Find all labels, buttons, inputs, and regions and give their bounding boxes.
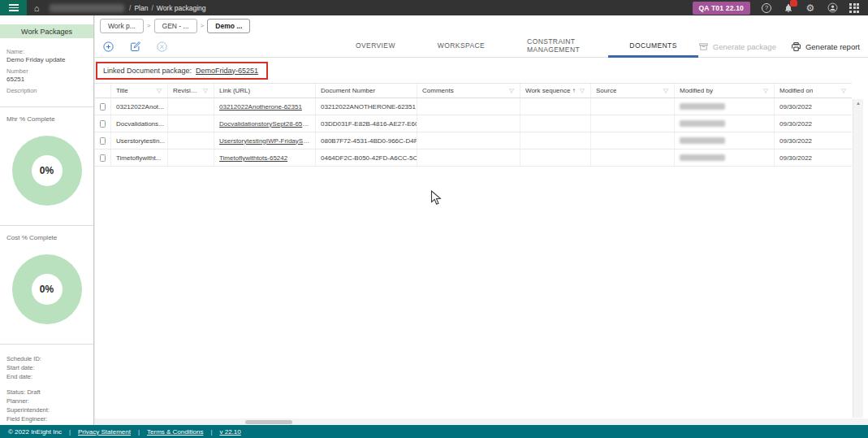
document-link[interactable]: 03212022Anotherone-62351 bbox=[219, 103, 302, 111]
filter-icon[interactable] bbox=[579, 88, 585, 94]
tab-workspace[interactable]: WORKSPACE bbox=[417, 36, 506, 58]
modified-by-redacted bbox=[680, 137, 725, 144]
cost-complete-value: 0% bbox=[32, 274, 63, 305]
breadcrumb-work-packaging: Work packaging bbox=[157, 4, 206, 12]
table-header-row: Title Revision # Link (URL) Document Num… bbox=[95, 84, 852, 98]
cell-modified-on: 09/30/2022 bbox=[775, 150, 852, 166]
document-link[interactable]: DocvalidationstorySept28-65239 bbox=[219, 120, 310, 128]
row-checkbox[interactable] bbox=[100, 120, 106, 128]
remove-icon[interactable] bbox=[155, 40, 168, 53]
row-checkbox[interactable] bbox=[100, 154, 106, 162]
privacy-statement-link[interactable]: Privacy Statement bbox=[78, 428, 131, 436]
tab-overview[interactable]: OVERVIEW bbox=[335, 36, 417, 58]
cell-modified-on: 09/30/2022 bbox=[775, 132, 852, 149]
col-source[interactable]: Source bbox=[591, 84, 675, 98]
table-row: Docvalidations... DocvalidationstorySept… bbox=[95, 115, 852, 132]
col-modified-on[interactable]: Modified on bbox=[775, 84, 852, 98]
horizontal-scrollbar[interactable] bbox=[95, 418, 868, 425]
cell-revision bbox=[168, 115, 214, 132]
cell-document-number: 080B7F72-4531-4BD0-966C-D4F... bbox=[316, 132, 417, 149]
modified-by-redacted bbox=[680, 154, 725, 161]
tab-chip-gen[interactable]: GEN - ... bbox=[154, 19, 197, 33]
add-icon[interactable] bbox=[101, 40, 114, 53]
environment-badge: QA T01 22.10 bbox=[693, 2, 750, 15]
sidebar-metadata: Schedule ID: Start date: End date: Statu… bbox=[0, 349, 93, 425]
col-comments[interactable]: Comments bbox=[417, 84, 520, 98]
cell-comments bbox=[417, 98, 520, 115]
cost-complete-donut: 0% bbox=[12, 254, 82, 324]
edit-icon[interactable] bbox=[128, 40, 141, 53]
help-icon[interactable]: ? bbox=[761, 2, 772, 14]
scroll-up-arrow-icon[interactable]: ▲ bbox=[853, 99, 863, 106]
home-icon[interactable]: ⌂ bbox=[27, 0, 46, 15]
terms-conditions-link[interactable]: Terms & Conditions bbox=[147, 428, 203, 436]
tab-chip-demo-active[interactable]: Demo ... bbox=[207, 19, 250, 33]
toolbar: OVERVIEW WORKSPACE CONSTRAINT MANAGEMENT… bbox=[95, 36, 868, 58]
apps-grid-icon[interactable] bbox=[849, 2, 860, 14]
cell-title: Userstorytestin... bbox=[111, 132, 168, 149]
footer: © 2022 InEight Inc | Privacy Statement |… bbox=[0, 425, 868, 438]
breadcrumb-plan[interactable]: Plan bbox=[134, 4, 148, 12]
col-link-url[interactable]: Link (URL) bbox=[214, 84, 316, 98]
version-link[interactable]: v 22.10 bbox=[219, 428, 240, 436]
linked-document-package-link[interactable]: DemoFriday-65251 bbox=[196, 67, 258, 75]
cell-modified-on: 09/30/2022 bbox=[775, 115, 852, 132]
filter-icon[interactable] bbox=[663, 88, 669, 94]
field-engineer-label: Field Engineer: bbox=[6, 414, 87, 423]
package-icon bbox=[698, 41, 709, 52]
topbar-actions: QA T01 22.10 ? ⚙ bbox=[693, 2, 868, 15]
cell-work-sequence bbox=[520, 150, 591, 166]
filter-icon[interactable] bbox=[156, 88, 162, 94]
col-title[interactable]: Title bbox=[111, 84, 168, 98]
filter-icon[interactable] bbox=[508, 88, 515, 94]
top-bar: ⌂ / Plan / Work packaging QA T01 22.10 ?… bbox=[0, 0, 868, 15]
filter-icon[interactable] bbox=[202, 88, 209, 94]
row-checkbox[interactable] bbox=[100, 137, 106, 145]
cell-work-sequence bbox=[520, 98, 591, 115]
scrollbar-thumb[interactable] bbox=[245, 420, 292, 424]
generate-package-button[interactable]: Generate package bbox=[698, 41, 776, 52]
project-name-redacted bbox=[50, 4, 124, 12]
tab-chip-work-packages[interactable]: Work p... bbox=[100, 19, 144, 33]
divider bbox=[0, 344, 93, 345]
planner-label: Planner: bbox=[6, 397, 87, 405]
notifications-bell-icon[interactable] bbox=[783, 2, 794, 14]
table-row: 03212022Anot... 03212022Anotherone-62351… bbox=[95, 98, 852, 115]
select-all-header-cell bbox=[95, 84, 111, 98]
cell-title: 03212022Anot... bbox=[111, 98, 168, 115]
row-checkbox[interactable] bbox=[100, 103, 106, 111]
cell-work-sequence bbox=[520, 132, 591, 149]
mhr-complete-value: 0% bbox=[32, 155, 63, 186]
divider bbox=[0, 225, 93, 226]
filter-icon[interactable] bbox=[762, 88, 769, 94]
document-link[interactable]: Timetoflywithtots-65242 bbox=[219, 154, 287, 162]
cell-source bbox=[591, 132, 675, 149]
settings-gear-icon[interactable]: ⚙ bbox=[805, 2, 816, 14]
document-link[interactable]: UserstorytestingIWP-FridaySept23... bbox=[219, 137, 310, 145]
tab-documents[interactable]: DOCUMENTS bbox=[608, 36, 697, 58]
name-value: Demo Friday update bbox=[6, 56, 87, 64]
printer-icon bbox=[791, 41, 801, 52]
cell-source bbox=[591, 115, 675, 132]
breadcrumb-separator: / bbox=[129, 4, 131, 12]
divider bbox=[0, 106, 93, 107]
vertical-scrollbar[interactable]: ▲ bbox=[853, 99, 863, 418]
col-modified-by[interactable]: Modified by bbox=[675, 84, 775, 98]
account-icon[interactable] bbox=[827, 2, 838, 14]
schedule-id-label: Schedule ID: bbox=[6, 354, 87, 363]
generate-report-button[interactable]: Generate report bbox=[791, 41, 860, 52]
superintendent-label: Superintendent: bbox=[6, 405, 87, 414]
filter-icon[interactable] bbox=[840, 88, 847, 94]
cell-revision bbox=[168, 150, 214, 166]
col-work-sequence[interactable]: Work sequence ↑ bbox=[520, 84, 591, 98]
main-panel: Work p... > GEN - ... > Demo ... OVERVIE… bbox=[95, 15, 868, 425]
col-revision[interactable]: Revision # bbox=[168, 84, 214, 98]
tab-constraint-management[interactable]: CONSTRAINT MANAGEMENT bbox=[506, 36, 608, 58]
cell-title: Timetoflywitht... bbox=[111, 150, 168, 166]
table-row: Timetoflywitht... Timetoflywithtots-6524… bbox=[95, 150, 852, 167]
chevron-right-icon: > bbox=[201, 22, 205, 29]
hamburger-menu-icon[interactable] bbox=[0, 0, 27, 15]
col-document-number[interactable]: Document Number bbox=[316, 84, 417, 98]
end-date-label: End date: bbox=[6, 372, 87, 381]
cell-document-number: 03212022ANOTHERONE-62351 bbox=[316, 98, 417, 115]
